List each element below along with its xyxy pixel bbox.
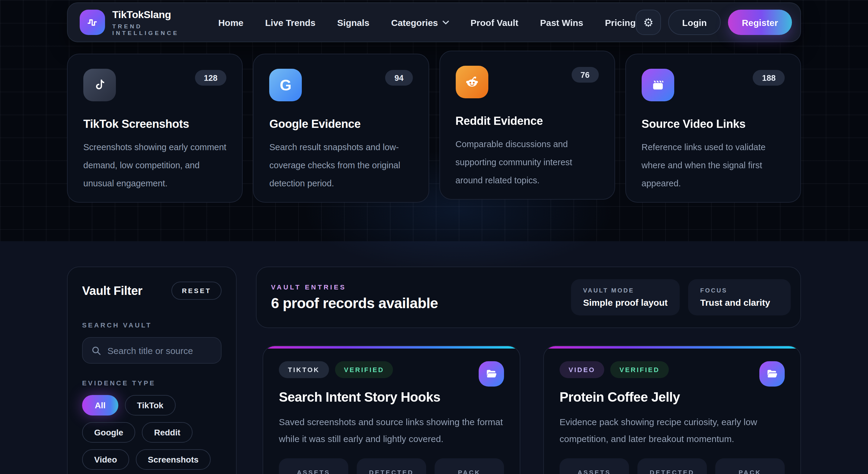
top-navigation-bar: TikTokSlang TREND INTELLIGENCE Home Live… (67, 2, 801, 42)
vault-search-box (82, 337, 221, 364)
nav-actions: ⚙ Login Register (636, 10, 792, 35)
reddit-alien-icon (456, 66, 488, 98)
stat-count-badge: 94 (385, 70, 412, 86)
register-button[interactable]: Register (728, 10, 792, 35)
stat-card-title: Reddit Evidence (456, 114, 599, 128)
stat-card-source-video-links[interactable]: 188 Source Video Links Reference links u… (625, 54, 801, 203)
entry-stat-boxes: ASSETS DETECTED PACK (279, 458, 504, 474)
tiktok-note-icon (83, 69, 116, 101)
google-g-icon: G (270, 69, 302, 101)
focus-value: Trust and clarity (700, 297, 779, 308)
entry-stat-boxes: ASSETS DETECTED PACK (560, 458, 785, 474)
brand-logo[interactable] (80, 10, 105, 35)
open-folder-icon (485, 368, 497, 380)
brand-title: TikTokSlang (112, 9, 192, 21)
nav-link-past-wins[interactable]: Past Wins (540, 17, 583, 28)
entry-stat-detected: DETECTED (357, 458, 426, 474)
nav-link-pricing[interactable]: Pricing (605, 17, 636, 28)
google-g-letter: G (280, 76, 291, 94)
nav-link-live-trends[interactable]: Live Trends (265, 17, 316, 28)
search-vault-label: SEARCH VAULT (82, 321, 221, 329)
type-badge-video: VIDEO (560, 361, 604, 378)
entry-title: Search Intent Story Hooks (279, 390, 504, 405)
stat-count-badge: 188 (753, 70, 785, 86)
entry-description: Evidence pack showing recipe curiosity, … (560, 414, 785, 447)
open-entry-button[interactable] (479, 361, 504, 386)
proof-entry-cards: TIKTOK VERIFIED Search Intent Story Hook… (262, 345, 801, 474)
stat-card-title: TikTok Screenshots (83, 117, 227, 131)
chip-screenshots[interactable]: Screenshots (136, 449, 211, 470)
vault-filter-title: Vault Filter (82, 284, 143, 298)
chip-reddit[interactable]: Reddit (142, 422, 192, 443)
entry-badges: TIKTOK VERIFIED (279, 361, 504, 378)
stat-card-tiktok-screenshots[interactable]: 128 TikTok Screenshots Screenshots showi… (67, 54, 243, 203)
open-folder-icon (766, 368, 778, 380)
pulse-wave-icon (86, 16, 99, 29)
vault-filter-header: Vault Filter RESET (82, 282, 221, 300)
reset-button[interactable]: RESET (172, 282, 221, 300)
vault-filter-panel: Vault Filter RESET SEARCH VAULT EVIDENCE… (67, 267, 237, 474)
evidence-type-chips: All TikTok Google Reddit Video Screensho… (82, 395, 221, 474)
stat-card-title: Google Evidence (270, 117, 413, 131)
search-icon (91, 345, 101, 356)
film-clapper-icon (642, 69, 674, 101)
entry-card-protein-coffee-jelly[interactable]: VIDEO VERIFIED Protein Coffee Jelly Evid… (543, 345, 801, 474)
entry-description: Saved screenshots and source links showi… (279, 414, 504, 447)
verified-badge: VERIFIED (610, 361, 669, 378)
stat-count-badge: 128 (195, 70, 226, 86)
entry-stat-detected: DETECTED (638, 458, 707, 474)
entry-badges: VIDEO VERIFIED (560, 361, 785, 378)
settings-button[interactable]: ⚙ (636, 10, 661, 35)
stat-card-description: Search result snapshots and low-coverage… (270, 138, 413, 192)
chevron-down-icon (442, 20, 449, 25)
search-input[interactable] (107, 345, 213, 356)
nav-link-signals[interactable]: Signals (337, 17, 369, 28)
vault-entries-count: 6 proof records available (271, 295, 438, 311)
vault-entries-eyebrow: VAULT ENTRIES (271, 283, 438, 291)
page-root: TikTokSlang TREND INTELLIGENCE Home Live… (0, 0, 868, 474)
vault-mode-value: Simple proof layout (583, 297, 668, 308)
nav-link-categories[interactable]: Categories (391, 17, 449, 28)
stat-card-reddit-evidence[interactable]: 76 Reddit Evidence Comparable discussion… (439, 50, 615, 200)
evidence-type-label: EVIDENCE TYPE (82, 379, 221, 386)
verified-badge: VERIFIED (335, 361, 393, 378)
stat-card-title: Source Video Links (642, 117, 785, 131)
stat-card-description: Screenshots showing early comment demand… (83, 138, 227, 192)
focus-label: FOCUS (700, 287, 779, 294)
stat-card-google-evidence[interactable]: G 94 Google Evidence Search result snaps… (253, 54, 429, 203)
chip-video[interactable]: Video (82, 449, 129, 470)
type-badge-tiktok: TIKTOK (279, 361, 329, 378)
chip-tiktok[interactable]: TikTok (125, 395, 176, 415)
stat-card-top-row: 188 (642, 69, 785, 101)
nav-link-home[interactable]: Home (218, 17, 243, 28)
open-entry-button[interactable] (760, 361, 785, 386)
gear-icon: ⚙ (643, 16, 653, 29)
entry-stat-assets: ASSETS (279, 458, 348, 474)
brand-tagline: TREND INTELLIGENCE (112, 23, 192, 36)
vault-entries-header: VAULT ENTRIES 6 proof records available … (256, 267, 801, 328)
chip-all[interactable]: All (82, 395, 118, 415)
vault-entries-meta: VAULT MODE Simple proof layout FOCUS Tru… (571, 279, 791, 315)
login-button[interactable]: Login (668, 10, 721, 35)
entry-title: Protein Coffee Jelly (560, 390, 785, 405)
entry-card-search-intent-story-hooks[interactable]: TIKTOK VERIFIED Search Intent Story Hook… (262, 345, 520, 474)
chip-google[interactable]: Google (82, 422, 135, 443)
evidence-stat-cards: 128 TikTok Screenshots Screenshots showi… (67, 54, 801, 203)
stat-card-description: Reference links used to validate where a… (642, 138, 785, 192)
vault-mode-box: VAULT MODE Simple proof layout (571, 279, 680, 315)
vault-entries-title-block: VAULT ENTRIES 6 proof records available (271, 283, 438, 311)
vault-mode-label: VAULT MODE (583, 287, 668, 294)
nav-link-proof-vault[interactable]: Proof Vault (470, 17, 518, 28)
focus-box: FOCUS Trust and clarity (688, 279, 791, 315)
nav-links: Home Live Trends Signals Categories Proo… (218, 17, 636, 28)
nav-link-categories-label: Categories (391, 17, 438, 28)
stat-card-top-row: 76 (456, 66, 599, 98)
stat-card-top-row: G 94 (270, 69, 413, 101)
brand-text-block: TikTokSlang TREND INTELLIGENCE (112, 9, 192, 36)
entry-stat-pack: PACK (715, 458, 785, 474)
entry-stat-assets: ASSETS (560, 458, 629, 474)
entry-stat-pack: PACK (435, 458, 504, 474)
stat-card-description: Comparable discussions and supporting co… (456, 135, 599, 189)
stat-count-badge: 76 (571, 67, 598, 82)
stat-card-top-row: 128 (83, 69, 227, 101)
